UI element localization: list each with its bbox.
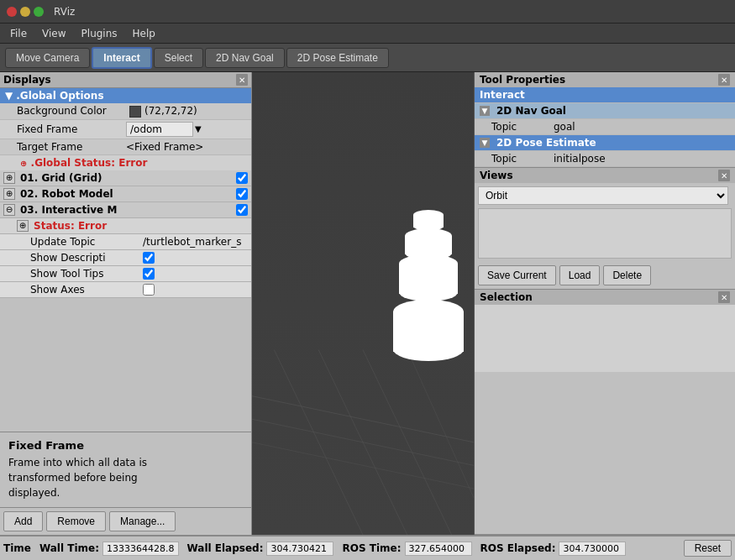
toolbar: Move Camera Interact Select 2D Nav Goal … (0, 44, 735, 72)
viewport-3d[interactable] (252, 72, 475, 535)
nav-goal-topic-value: goal (554, 121, 732, 133)
robot-model-checkbox[interactable] (236, 188, 248, 200)
remove-button[interactable]: Remove (46, 511, 106, 531)
wall-elapsed-value: 304.730421 (266, 542, 333, 556)
global-options-section[interactable]: ▼ .Global Options (0, 88, 251, 103)
menu-view[interactable]: View (35, 26, 72, 41)
displays-close-button[interactable]: ✕ (236, 74, 248, 86)
show-tooltips-label: Show Tool Tips (30, 268, 139, 280)
interactive-status-expand[interactable]: ⊕ (17, 220, 29, 232)
fixed-frame-dropdown-arrow[interactable]: ▼ (195, 124, 202, 133)
svg-line-4 (318, 350, 407, 535)
background-color-swatch[interactable] (126, 105, 144, 118)
interactive-row: ⊖ 03. Interactive M (0, 202, 251, 218)
global-options-collapse: ▼ (5, 90, 13, 102)
add-button[interactable]: Add (3, 511, 43, 531)
grid-row: ⊕ 01. Grid (Grid) (0, 170, 251, 186)
views-close[interactable]: ✕ (718, 170, 730, 181)
menubar: File View Plugins Help (0, 24, 735, 44)
selection-content (475, 305, 735, 372)
tool-properties-close[interactable]: ✕ (718, 74, 730, 86)
background-color-label: Background Color (17, 105, 126, 117)
3d-scene (252, 72, 474, 535)
background-color-row: Background Color (72,72,72) (0, 103, 251, 120)
robot-model-label: 02. Robot Model (20, 188, 233, 200)
pose-estimate-collapse[interactable]: ▼ (480, 138, 490, 148)
views-action-buttons: Save Current Load Delete (475, 262, 735, 289)
views-type-row: Orbit (478, 186, 732, 205)
interactive-checkbox[interactable] (236, 204, 248, 216)
views-list-area (478, 208, 732, 259)
time-label: Time (3, 542, 31, 554)
selection-title: Selection (480, 291, 533, 303)
delete-button[interactable]: Delete (603, 265, 651, 285)
wall-time-value: 1333364428.8 (102, 542, 178, 556)
grid-label: 01. Grid (Grid) (20, 172, 233, 184)
global-status-row: ⊕ .Global Status: Error (0, 155, 251, 170)
panel-buttons: Add Remove Manage... (0, 507, 251, 535)
nav-goal-topic-row: Topic goal (475, 119, 735, 135)
ros-time-value: 327.654000 (405, 542, 472, 556)
window-controls[interactable] (7, 7, 44, 17)
menu-plugins[interactable]: Plugins (75, 26, 124, 41)
close-button[interactable] (7, 7, 17, 17)
maximize-button[interactable] (34, 7, 44, 17)
show-tooltips-checkbox[interactable] (143, 268, 155, 280)
target-frame-row: Target Frame <Fixed Frame> (0, 139, 251, 155)
svg-point-19 (413, 210, 444, 220)
fixed-frame-label: Fixed Frame (17, 123, 126, 135)
views-title: Views (480, 170, 513, 181)
menu-help[interactable]: Help (126, 26, 162, 41)
pose-estimate-topic-label: Topic (478, 153, 554, 165)
interact-section: Interact (475, 87, 735, 103)
interact-button[interactable]: Interact (92, 47, 151, 69)
show-axes-checkbox[interactable] (143, 284, 155, 296)
nav-goal-button[interactable]: 2D Nav Goal (205, 48, 285, 68)
save-current-button[interactable]: Save Current (478, 265, 556, 285)
target-frame-label: Target Frame (17, 141, 126, 153)
interactive-expand[interactable]: ⊖ (3, 204, 15, 216)
load-button[interactable]: Load (559, 265, 601, 285)
svg-line-3 (274, 350, 363, 535)
pose-estimate-topic-value: initialpose (554, 153, 732, 165)
main-layout: Displays ✕ ▼ .Global Options Background … (0, 72, 735, 535)
manage-button[interactable]: Manage... (109, 511, 176, 531)
minimize-button[interactable] (20, 7, 30, 17)
ros-time-label: ROS Time: (342, 542, 401, 554)
wall-time-label: Wall Time: (39, 542, 99, 554)
show-description-row: Show Descripti (0, 250, 251, 266)
grid-checkbox[interactable] (236, 172, 248, 184)
fixed-frame-value[interactable]: /odom (126, 122, 193, 137)
show-description-label: Show Descripti (30, 252, 139, 264)
show-axes-row: Show Axes (0, 282, 251, 298)
displays-panel: Displays ✕ ▼ .Global Options Background … (0, 72, 252, 535)
update-topic-value: /turtlebot_marker_s (143, 236, 248, 248)
selection-close[interactable]: ✕ (718, 291, 730, 303)
menu-file[interactable]: File (3, 26, 34, 41)
displays-header: Displays ✕ (0, 72, 251, 88)
grid-expand[interactable]: ⊕ (3, 172, 15, 184)
svg-line-2 (252, 442, 474, 489)
show-description-checkbox[interactable] (143, 252, 155, 264)
robot-expand[interactable]: ⊕ (3, 188, 15, 200)
select-button[interactable]: Select (154, 48, 203, 68)
interact-label: Interact (480, 89, 525, 101)
svg-line-6 (407, 350, 474, 498)
views-type-select[interactable]: Orbit (478, 186, 728, 205)
move-camera-button[interactable]: Move Camera (5, 48, 90, 68)
update-topic-label: Update Topic (30, 236, 139, 248)
interactive-label: 03. Interactive M (20, 204, 233, 216)
reset-button[interactable]: Reset (684, 540, 732, 557)
pose-estimate-button[interactable]: 2D Pose Estimate (286, 48, 389, 68)
tooltip-description: Frame into which all data istransformed … (8, 455, 243, 500)
interactive-status-label: Status: Error (34, 220, 107, 232)
nav-goal-collapse[interactable]: ▼ (480, 106, 490, 116)
fixed-frame-row: Fixed Frame /odom ▼ (0, 120, 251, 139)
update-topic-row: Update Topic /turtlebot_marker_s (0, 234, 251, 250)
views-header: Views ✕ (475, 168, 735, 183)
selection-header: Selection ✕ (475, 290, 735, 305)
interactive-status-row: ⊕ Status: Error (0, 218, 251, 234)
tooltip-box: Fixed Frame Frame into which all data is… (0, 432, 251, 507)
pose-estimate-topic-row: Topic initialpose (475, 151, 735, 167)
ros-elapsed-label: ROS Elapsed: (480, 542, 556, 554)
